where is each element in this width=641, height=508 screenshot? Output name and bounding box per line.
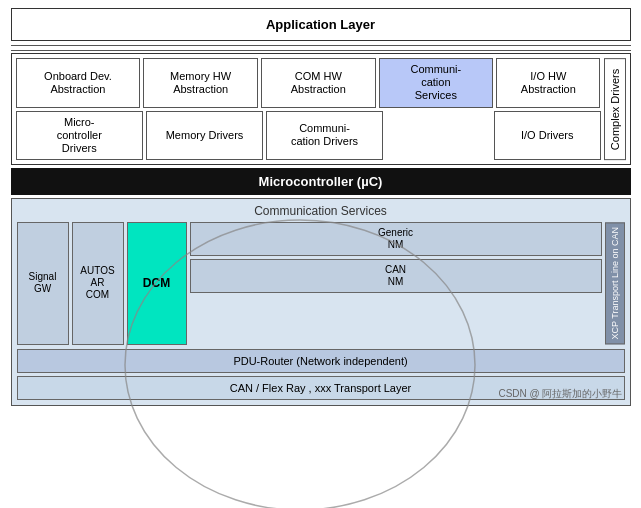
cell-comm-services: Communi- cation Services [379, 58, 494, 108]
bottom-inner: Signal GW AUTOS AR COM DCM Generic NM CA… [17, 222, 625, 344]
micro-bar: Microcontroller (µC) [11, 168, 631, 195]
cell-signal-gw: Signal GW [17, 222, 69, 344]
grid-row-1: Onboard Dev. Abstraction Memory HW Abstr… [16, 58, 601, 108]
watermark: CSDN @ 阿拉斯加的小野牛 [498, 387, 622, 401]
comm-services-label: Communi- cation Services [410, 63, 461, 103]
cell-io-drivers: I/O Drivers [494, 111, 601, 161]
bottom-section: Communication Services Signal GW AUTOS A… [11, 198, 631, 405]
complex-drivers-container: Onboard Dev. Abstraction Memory HW Abstr… [16, 58, 626, 160]
comm-services-title: Communication Services [17, 204, 625, 218]
separator-double [11, 45, 631, 51]
grid-row-2: Micro- controller Drivers Memory Drivers… [16, 111, 601, 161]
cell-mem-hw: Memory HW Abstraction [143, 58, 258, 108]
cell-generic-nm: Generic NM [190, 222, 602, 256]
cell-micro-drivers: Micro- controller Drivers [16, 111, 144, 161]
cell-autosar-com: AUTOS AR COM [72, 222, 124, 344]
cell-com-hw: COM HW Abstraction [261, 58, 376, 108]
cell-mem-drivers: Memory Drivers [146, 111, 263, 161]
pdu-router: PDU-Router (Network independent) [17, 349, 625, 373]
complex-drivers-label: Complex Drivers [604, 58, 626, 160]
cell-can-nm: CAN NM [190, 259, 602, 293]
spacer-io [386, 111, 491, 161]
cell-onboard-dev: Onboard Dev. Abstraction [16, 58, 141, 108]
cell-io-hw: I/O HW Abstraction [496, 58, 600, 108]
app-layer: Application Layer [11, 8, 631, 41]
cell-dcm: DCM [127, 222, 187, 344]
middle-section: Onboard Dev. Abstraction Memory HW Abstr… [11, 53, 631, 165]
xcp-label: XCP Transport Line on CAN [605, 222, 625, 344]
nm-stack: Generic NM CAN NM [190, 222, 602, 344]
inner-grid: Onboard Dev. Abstraction Memory HW Abstr… [16, 58, 601, 160]
cell-comm-drivers: Communi- cation Drivers [266, 111, 383, 161]
